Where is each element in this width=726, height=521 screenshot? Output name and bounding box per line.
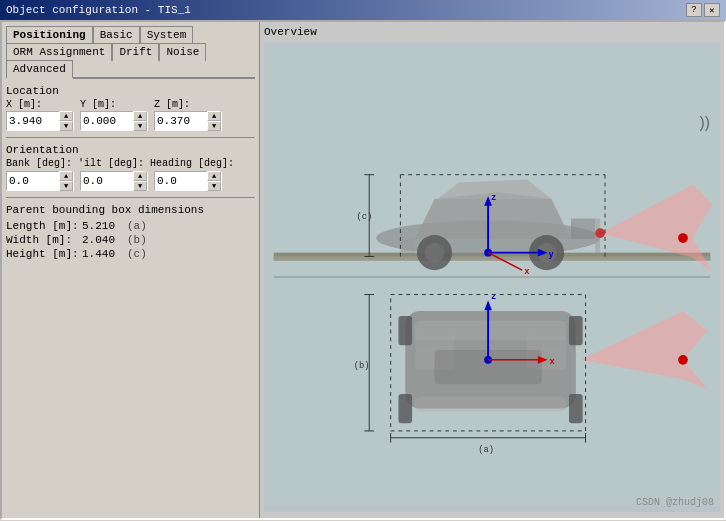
tilt-field-col: ▲ ▼: [80, 171, 148, 191]
svg-rect-36: [398, 316, 412, 345]
bank-spinner-buttons: ▲ ▼: [59, 171, 73, 191]
z-input[interactable]: [155, 112, 207, 130]
bbox-section-label: Parent bounding box dimensions: [6, 204, 255, 216]
svg-point-26: [678, 233, 688, 243]
bank-input[interactable]: [7, 172, 59, 190]
tilt-input[interactable]: [81, 172, 133, 190]
z-field-col: Z [m]: ▲ ▼: [154, 99, 222, 131]
svg-rect-39: [569, 394, 583, 423]
heading-header: Heading [deg]:: [150, 158, 240, 169]
z-down-button[interactable]: ▼: [207, 121, 221, 131]
heading-spinner[interactable]: ▲ ▼: [154, 171, 222, 191]
y-label: Y [m]:: [80, 99, 148, 110]
orientation-header-row: Bank [deg]: 'ilt [deg]: Heading [deg]:: [6, 158, 255, 169]
bbox-length-row: Length [m]: 5.210 (a): [6, 220, 255, 232]
tab-noise[interactable]: Noise: [159, 43, 206, 62]
tilt-up-button[interactable]: ▲: [133, 171, 147, 181]
heading-down-button[interactable]: ▼: [207, 181, 221, 191]
width-label: Width [m]:: [6, 234, 82, 246]
z-spinner-buttons: ▲ ▼: [207, 111, 221, 131]
svg-rect-37: [569, 316, 583, 345]
bbox-width-row: Width [m]: 2.040 (b): [6, 234, 255, 246]
watermark-text: CSDN @zhudj08: [636, 497, 714, 508]
tab-drift[interactable]: Drift: [112, 43, 159, 62]
bank-header: Bank [deg]:: [6, 158, 72, 169]
bank-up-button[interactable]: ▲: [59, 171, 73, 181]
title-bar: Object configuration - TIS_1 ? ✕: [0, 0, 726, 20]
y-spinner-buttons: ▲ ▼: [133, 111, 147, 131]
svg-rect-2: [274, 257, 711, 261]
bbox-table: Length [m]: 5.210 (a) Width [m]: 2.040 (…: [6, 220, 255, 260]
heading-input[interactable]: [155, 172, 207, 190]
tab-bar: Positioning Basic System ORM Assignment …: [6, 26, 255, 79]
tilt-header: 'ilt [deg]:: [78, 158, 144, 169]
svg-text:z: z: [491, 193, 496, 203]
overview-svg: (c) z y x )): [264, 42, 720, 512]
svg-point-9: [595, 228, 605, 238]
close-button[interactable]: ✕: [704, 3, 720, 17]
y-up-button[interactable]: ▲: [133, 111, 147, 121]
y-spinner[interactable]: ▲ ▼: [80, 111, 148, 131]
x-up-button[interactable]: ▲: [59, 111, 73, 121]
svg-text:(a): (a): [478, 445, 494, 455]
length-letter: (a): [127, 220, 147, 232]
x-field-col: X [m]: ▲ ▼: [6, 99, 74, 131]
y-input[interactable]: [81, 112, 133, 130]
x-label: X [m]:: [6, 99, 74, 110]
divider-2: [6, 197, 255, 198]
x-spinner-buttons: ▲ ▼: [59, 111, 73, 131]
tilt-spinner[interactable]: ▲ ▼: [80, 171, 148, 191]
bank-spinner[interactable]: ▲ ▼: [6, 171, 74, 191]
length-label: Length [m]:: [6, 220, 82, 232]
tilt-spinner-buttons: ▲ ▼: [133, 171, 147, 191]
bank-down-button[interactable]: ▼: [59, 181, 73, 191]
z-spinner[interactable]: ▲ ▼: [154, 111, 222, 131]
svg-text:z: z: [491, 292, 496, 302]
width-value: 2.040: [82, 234, 127, 246]
left-panel: Positioning Basic System ORM Assignment …: [2, 22, 260, 518]
height-letter: (c): [127, 248, 147, 260]
x-input[interactable]: [7, 112, 59, 130]
heading-spinner-buttons: ▲ ▼: [207, 171, 221, 191]
svg-text:y: y: [549, 250, 555, 260]
heading-up-button[interactable]: ▲: [207, 171, 221, 181]
width-letter: (b): [127, 234, 147, 246]
svg-text:x: x: [549, 357, 555, 367]
length-value: 5.210: [82, 220, 127, 232]
overview-label: Overview: [264, 26, 720, 38]
x-down-button[interactable]: ▼: [59, 121, 73, 131]
svg-point-41: [678, 355, 688, 365]
svg-rect-32: [415, 397, 566, 412]
overview-area: (c) z y x )): [264, 42, 720, 512]
svg-text:x: x: [524, 267, 530, 277]
tab-advanced[interactable]: Advanced: [6, 60, 73, 79]
right-panel: Overview: [260, 22, 724, 518]
divider-1: [6, 137, 255, 138]
height-label: Height [m]:: [6, 248, 82, 260]
y-down-button[interactable]: ▼: [133, 121, 147, 131]
svg-rect-38: [398, 394, 412, 423]
x-spinner[interactable]: ▲ ▼: [6, 111, 74, 131]
orientation-section-label: Orientation: [6, 144, 255, 156]
help-button[interactable]: ?: [686, 3, 702, 17]
y-field-col: Y [m]: ▲ ▼: [80, 99, 148, 131]
svg-text:(c): (c): [357, 212, 373, 222]
tilt-down-button[interactable]: ▼: [133, 181, 147, 191]
z-label: Z [m]:: [154, 99, 222, 110]
svg-point-5: [425, 243, 444, 262]
svg-text:)): )): [700, 114, 710, 131]
height-value: 1.440: [82, 248, 127, 260]
svg-text:(b): (b): [354, 361, 370, 371]
window-title: Object configuration - TIS_1: [6, 4, 191, 16]
location-fields: X [m]: ▲ ▼ Y [m]: ▲ ▼: [6, 99, 255, 131]
bbox-height-row: Height [m]: 1.440 (c): [6, 248, 255, 260]
z-up-button[interactable]: ▲: [207, 111, 221, 121]
orientation-fields: ▲ ▼ ▲ ▼ ▲: [6, 171, 255, 191]
main-container: Positioning Basic System ORM Assignment …: [0, 20, 726, 520]
heading-field-col: ▲ ▼: [154, 171, 222, 191]
window-controls: ? ✕: [686, 3, 720, 17]
bank-field-col: ▲ ▼: [6, 171, 74, 191]
location-section-label: Location: [6, 85, 255, 97]
